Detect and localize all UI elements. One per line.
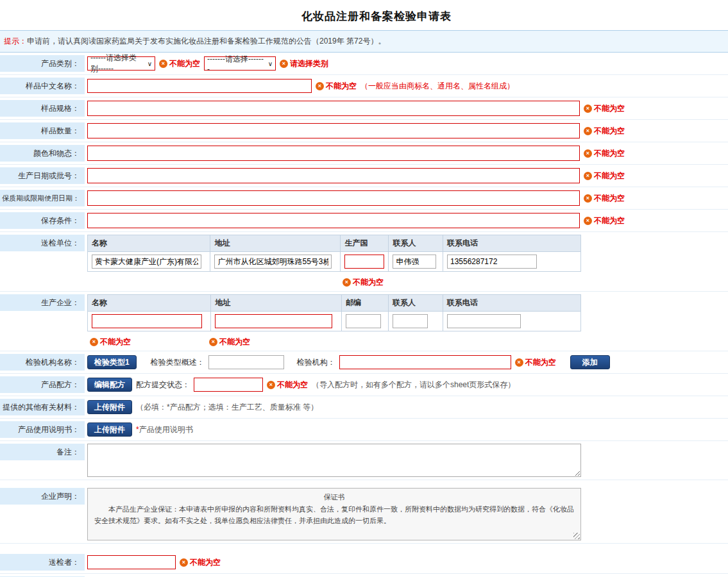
declaration-box: 保证书 本产品生产企业保证：本申请表中所申报的内容和所附资料均真实、合法，复印件… <box>87 488 581 540</box>
sender-error: ×不能为空 <box>180 557 221 568</box>
chevron-down-icon: ∨ <box>268 60 273 67</box>
col-header-address: 地址 <box>211 295 342 312</box>
declaration-label: 企业声明： <box>0 488 85 505</box>
storage-condition-label: 保存条件： <box>0 212 85 229</box>
mfr-name-required-error: ×不能为空 <box>90 337 131 347</box>
error-x-icon: × <box>515 358 523 367</box>
inspection-overview-input[interactable] <box>208 355 284 369</box>
hint-prefix: 提示： <box>4 37 27 46</box>
error-x-icon: × <box>316 82 324 90</box>
row-submit-unit: 送检单位： 名称 地址 生产国 联系人 联系电话 <box>0 232 728 292</box>
row-sample-spec: 样品规格： ×不能为空 <box>0 97 728 120</box>
col-header-country: 生产国 <box>341 235 389 252</box>
inspection-org-error: ×不能为空 <box>515 357 556 368</box>
formula-label: 产品配方： <box>0 376 85 393</box>
sender-label: 送检者： <box>0 554 85 571</box>
row-sender: 送检者： ×不能为空 <box>0 551 728 574</box>
row-declaration: 企业声明： 保证书 本产品生产企业保证：本申请表中所申报的内容和所附资料均真实、… <box>0 485 728 544</box>
manufacturer-table: 名称 地址 邮编 联系人 联系电话 <box>87 294 581 331</box>
formula-status-input[interactable] <box>194 378 263 392</box>
error-x-icon: × <box>267 381 275 389</box>
application-form: 产品类别： ------请选择类别------∨ ×不能为空 -------请选… <box>0 53 728 577</box>
error-x-icon: × <box>584 127 592 135</box>
col-header-contact: 联系人 <box>389 235 443 252</box>
submit-unit-country-input[interactable] <box>344 255 384 269</box>
error-x-icon: × <box>209 338 217 346</box>
inspection-org-field-label: 检验机构： <box>297 357 335 368</box>
inspection-type-button[interactable]: 检验类型1 <box>87 355 137 369</box>
sample-spec-input[interactable] <box>87 101 580 116</box>
col-header-address: 地址 <box>210 235 341 252</box>
color-state-label: 颜色和物态： <box>0 145 85 162</box>
other-materials-label: 提供的其他有关材料： <box>0 399 85 415</box>
row-production-date: 生产日期或批号： ×不能为空 <box>0 165 728 187</box>
product-subcategory-select[interactable]: -------请选择-------∨ <box>204 56 276 71</box>
formula-status-error: ×不能为空 <box>267 380 308 390</box>
error-x-icon: × <box>90 338 98 346</box>
product-category-select[interactable]: ------请选择类别------∨ <box>87 56 155 71</box>
color-state-input[interactable] <box>87 146 580 161</box>
error-x-icon: × <box>584 172 592 180</box>
error-x-icon: × <box>180 558 188 567</box>
submit-unit-address-input[interactable] <box>214 255 331 269</box>
manufacturer-phone-input[interactable] <box>447 314 521 328</box>
error-x-icon: × <box>584 217 592 225</box>
sample-name-error: ×不能为空 <box>316 81 357 92</box>
production-date-label: 生产日期或批号： <box>0 167 85 184</box>
sample-qty-input[interactable] <box>87 123 580 138</box>
col-header-contact: 联系人 <box>389 295 443 312</box>
manual-note: 产品使用说明书 <box>139 425 193 434</box>
sample-name-label: 样品中文名称： <box>0 78 85 94</box>
error-x-icon: × <box>159 60 167 68</box>
upload-materials-button[interactable]: 上传附件 <box>87 400 132 414</box>
shelf-life-input[interactable] <box>87 190 580 206</box>
sample-qty-label: 样品数量： <box>0 122 85 139</box>
error-x-icon: × <box>343 278 351 287</box>
inspection-org-input[interactable] <box>339 355 511 369</box>
submit-unit-name-input[interactable] <box>92 255 201 269</box>
production-date-input[interactable] <box>87 168 580 183</box>
col-header-zipcode: 邮编 <box>342 295 389 312</box>
sender-input[interactable] <box>87 555 176 569</box>
row-storage-condition: 保存条件： ×不能为空 <box>0 210 728 232</box>
manufacturer-name-input[interactable] <box>92 314 202 328</box>
col-header-name: 名称 <box>88 295 211 312</box>
declaration-title: 保证书 <box>94 491 574 503</box>
remarks-textarea[interactable] <box>87 444 581 477</box>
submit-unit-contact-input[interactable] <box>393 255 436 269</box>
sample-name-input[interactable] <box>87 79 312 93</box>
submit-unit-phone-input[interactable] <box>447 255 537 269</box>
upload-manual-button[interactable]: 上传附件 <box>87 422 132 437</box>
table-row <box>88 252 581 272</box>
formula-status-label: 配方提交状态： <box>136 380 190 390</box>
row-other-materials: 提供的其他有关材料： 上传附件 （必填：*产品配方；选填：生产工艺、质量标准 等… <box>0 396 728 419</box>
add-inspection-button[interactable]: 添加 <box>570 355 610 369</box>
edit-formula-button[interactable]: 编辑配方 <box>87 378 132 392</box>
row-remarks: 备注： <box>0 441 728 480</box>
row-manufacturer: 生产企业： 名称 地址 邮编 联系人 联系电话 <box>0 292 728 351</box>
category-required-error: ×不能为空 <box>159 58 200 69</box>
error-x-icon: × <box>584 149 592 158</box>
page-title: 化妆品注册和备案检验申请表 <box>301 0 452 30</box>
row-formula: 产品配方： 编辑配方 配方提交状态： ×不能为空 （导入配方时，如有多个配方，请… <box>0 374 728 396</box>
hint-bar: 提示：申请前，请认真阅读国家药监局关于发布实施化妆品注册和备案检验工作规范的公告… <box>0 30 728 53</box>
manufacturer-contact-input[interactable] <box>393 314 428 328</box>
manufacturer-label: 生产企业： <box>0 294 85 311</box>
row-color-state: 颜色和物态： ×不能为空 <box>0 142 728 165</box>
inspection-org-label: 检验机构名称： <box>0 354 85 371</box>
chevron-down-icon: ∨ <box>148 60 152 67</box>
sample-spec-label: 样品规格： <box>0 100 85 117</box>
product-manual-label: 产品使用说明书： <box>0 421 85 438</box>
application-form-page: 化妆品注册和备案检验申请表 提示：申请前，请认真阅读国家药监局关于发布实施化妆品… <box>0 0 728 577</box>
manufacturer-address-input[interactable] <box>215 314 332 328</box>
shelf-life-label: 保质期或限期使用日期： <box>0 190 85 206</box>
product-category-label: 产品类别： <box>0 55 85 72</box>
manufacturer-zipcode-input[interactable] <box>346 314 381 328</box>
storage-condition-input[interactable] <box>87 213 580 228</box>
row-shelf-life: 保质期或限期使用日期： ×不能为空 <box>0 187 728 210</box>
declaration-body: 本产品生产企业保证：本申请表中所申报的内容和所附资料均真实、合法，复印件和原件一… <box>94 503 574 527</box>
country-required-error: ×不能为空 <box>343 277 384 288</box>
col-header-phone: 联系电话 <box>443 235 580 252</box>
col-header-phone: 联系电话 <box>443 295 580 312</box>
col-header-name: 名称 <box>88 235 210 252</box>
